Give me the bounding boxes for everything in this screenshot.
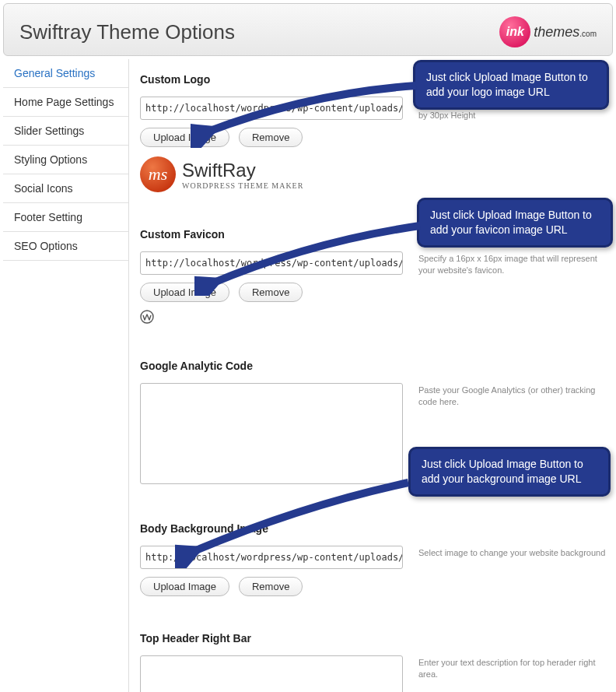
section-title-topbar: Top Header Right Bar — [140, 623, 610, 655]
section-body-background: Body Background Image http://localhost/w… — [140, 513, 610, 596]
remove-button-bodybg[interactable]: Remove — [239, 577, 303, 596]
topbar-textarea[interactable] — [140, 655, 403, 692]
callout-logo: Just click Upload Image Button to add yo… — [413, 60, 609, 110]
section-title-analytics: Google Analytic Code — [140, 350, 610, 383]
brand-logo: ink themes.com — [499, 16, 597, 47]
favicon-preview-icon — [140, 310, 403, 324]
favicon-help-text: Specify a 16px x 16px image that will re… — [418, 251, 610, 277]
sidebar-item-general-settings[interactable]: General Settings — [3, 59, 128, 88]
main-content: Custom Logo http://localhost/wordpress/w… — [129, 59, 616, 692]
remove-button-logo[interactable]: Remove — [239, 128, 303, 147]
upload-image-button-bodybg[interactable]: Upload Image — [140, 577, 229, 596]
sidebar-item-footer-setting[interactable]: Footer Setting — [3, 203, 128, 232]
sidebar-item-slider-settings[interactable]: Slider Settings — [3, 117, 128, 146]
logo-url-input[interactable]: http://localhost/wordpress/wp-content/up… — [140, 97, 403, 120]
logo-preview-text: SwiftRay — [182, 160, 303, 181]
sidebar-item-home-page-settings[interactable]: Home Page Settings — [3, 88, 128, 117]
sidebar-item-seo-options[interactable]: SEO Options — [3, 232, 128, 261]
page-header: Swiftray Theme Options ink themes.com — [3, 3, 613, 56]
sidebar-item-styling-options[interactable]: Styling Options — [3, 146, 128, 174]
topbar-help-text: Enter your text description for top hera… — [418, 655, 610, 681]
favicon-url-input[interactable]: http://localhost/wordpress/wp-content/up… — [140, 251, 403, 275]
analytics-code-textarea[interactable] — [140, 383, 403, 484]
logo-preview-badge: ms — [140, 156, 176, 192]
sidebar: General SettingsHome Page SettingsSlider… — [3, 59, 129, 692]
svg-point-0 — [141, 311, 153, 323]
page-title: Swiftray Theme Options — [19, 20, 235, 44]
analytics-help-text: Paste your Google Analytics (or other) t… — [418, 383, 610, 409]
bodybg-url-input[interactable]: http://localhost/wordpress/wp-content/up… — [140, 546, 403, 569]
upload-image-button-logo[interactable]: Upload Image — [140, 128, 229, 147]
callout-bodybg: Just click Upload Image Button to add yo… — [408, 447, 611, 497]
section-title-bodybg: Body Background Image — [140, 513, 610, 546]
upload-image-button-favicon[interactable]: Upload Image — [140, 283, 229, 302]
callout-favicon: Just click Upload Image Button to add yo… — [417, 198, 613, 248]
section-topbar: Top Header Right Bar Enter your text des… — [140, 623, 610, 692]
bodybg-help-text: Select image to change your website back… — [418, 546, 610, 559]
logo-preview-subtext: Wordpress Theme Maker — [182, 181, 303, 190]
sidebar-item-social-icons[interactable]: Social Icons — [3, 174, 128, 203]
remove-button-favicon[interactable]: Remove — [239, 283, 303, 302]
logo-preview: ms SwiftRay Wordpress Theme Maker — [140, 156, 403, 192]
brand-logo-circle: ink — [499, 16, 530, 47]
brand-logo-text: themes.com — [534, 24, 597, 40]
